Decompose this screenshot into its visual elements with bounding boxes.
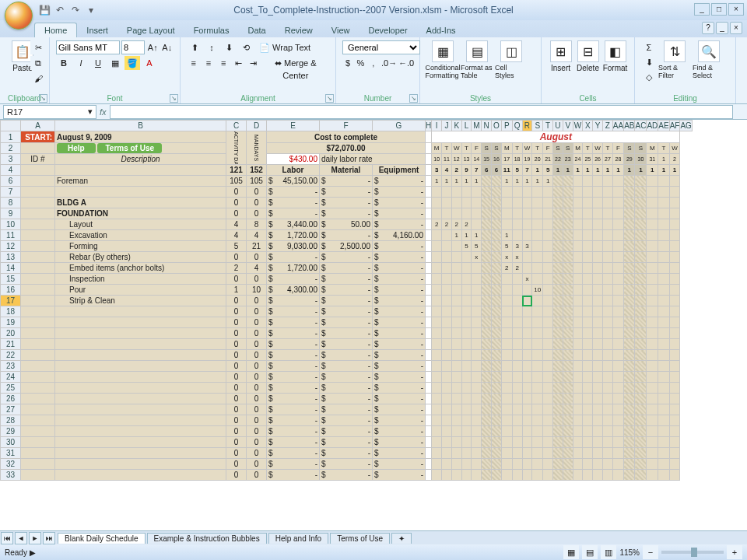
cell[interactable]: Equipment	[373, 165, 426, 176]
cell[interactable]	[532, 437, 543, 448]
cell[interactable]	[426, 252, 432, 263]
cell[interactable]	[461, 404, 472, 415]
cell[interactable]	[647, 241, 658, 252]
cell[interactable]	[563, 252, 573, 263]
cell[interactable]	[432, 187, 442, 198]
cell[interactable]: $4,160.00	[373, 230, 426, 241]
cell[interactable]	[612, 263, 623, 274]
cell[interactable]	[501, 372, 512, 383]
cell[interactable]: 4	[442, 165, 452, 176]
cell[interactable]	[573, 361, 583, 372]
cell[interactable]	[532, 394, 543, 404]
cell[interactable]: $-	[320, 404, 373, 415]
cell[interactable]	[21, 415, 55, 426]
cell[interactable]	[432, 241, 442, 252]
view-normal-icon[interactable]: ▦	[563, 545, 579, 559]
tab-nav-next[interactable]: ►	[29, 532, 41, 544]
cell[interactable]	[573, 372, 583, 383]
cell[interactable]	[612, 187, 623, 198]
cell[interactable]: 5	[472, 241, 482, 252]
cell[interactable]	[553, 372, 563, 383]
cell[interactable]	[603, 252, 613, 263]
cell[interactable]	[432, 361, 442, 372]
cell[interactable]: $-	[267, 415, 320, 426]
cell[interactable]	[635, 437, 647, 448]
cell[interactable]: 24	[573, 154, 583, 165]
cell[interactable]: $-	[267, 306, 320, 317]
cell[interactable]	[492, 187, 502, 198]
cell[interactable]	[451, 394, 461, 404]
cell[interactable]	[603, 187, 613, 198]
cell[interactable]	[573, 219, 583, 230]
cell[interactable]	[451, 274, 461, 285]
cell[interactable]	[442, 187, 452, 198]
cell[interactable]	[624, 285, 635, 296]
cell[interactable]: 6	[482, 165, 492, 176]
cell[interactable]: 2	[501, 263, 512, 274]
undo-icon[interactable]: ↶	[53, 3, 67, 17]
cell[interactable]	[635, 415, 647, 426]
cell[interactable]: $-	[267, 350, 320, 361]
cell[interactable]	[461, 383, 472, 394]
cell[interactable]: $-	[373, 328, 426, 339]
cell[interactable]	[432, 263, 442, 274]
cell[interactable]	[492, 263, 502, 274]
cell[interactable]	[593, 263, 603, 274]
cell[interactable]: 0	[226, 361, 247, 372]
cell[interactable]	[543, 372, 553, 383]
cell[interactable]: 5	[512, 165, 522, 176]
col-header[interactable]: I	[432, 121, 442, 131]
cell[interactable]	[461, 306, 472, 317]
cell[interactable]: 9	[461, 165, 472, 176]
col-header[interactable]: O	[492, 121, 502, 131]
cell[interactable]	[501, 328, 512, 339]
cell[interactable]	[55, 306, 226, 317]
font-color-button[interactable]: A	[142, 56, 157, 70]
cell[interactable]: T	[583, 143, 593, 154]
cell[interactable]	[21, 143, 55, 154]
cell[interactable]	[647, 383, 658, 394]
cell[interactable]	[522, 426, 532, 437]
cell[interactable]	[21, 459, 55, 470]
cell[interactable]	[442, 404, 452, 415]
cell[interactable]	[593, 459, 603, 470]
cell[interactable]	[563, 176, 573, 187]
cell[interactable]	[501, 274, 512, 285]
cell[interactable]	[522, 470, 532, 481]
cell[interactable]	[612, 252, 623, 263]
cell[interactable]	[624, 208, 635, 219]
cell[interactable]: 1	[612, 165, 623, 176]
cell[interactable]	[482, 448, 492, 459]
cell[interactable]	[669, 208, 680, 219]
cell[interactable]	[658, 415, 669, 426]
cell[interactable]	[573, 470, 583, 481]
cell[interactable]	[563, 230, 573, 241]
cell[interactable]	[501, 219, 512, 230]
cell[interactable]	[432, 339, 442, 350]
cell[interactable]	[635, 350, 647, 361]
cell[interactable]: 17	[501, 154, 512, 165]
cell[interactable]	[593, 361, 603, 372]
cell[interactable]: $-	[320, 394, 373, 404]
cell[interactable]	[563, 372, 573, 383]
cell[interactable]	[669, 263, 680, 274]
cell[interactable]	[563, 241, 573, 252]
cell[interactable]	[492, 339, 502, 350]
cell[interactable]: Help Terms of Use	[55, 143, 226, 154]
cell[interactable]: 12	[451, 154, 461, 165]
cell[interactable]	[55, 339, 226, 350]
cell[interactable]	[593, 241, 603, 252]
cell[interactable]: 1	[553, 165, 563, 176]
cell[interactable]	[543, 208, 553, 219]
cell[interactable]	[55, 361, 226, 372]
row-header[interactable]: 3	[1, 154, 21, 165]
cell[interactable]	[55, 470, 226, 481]
cell[interactable]	[583, 361, 593, 372]
cell[interactable]	[635, 361, 647, 372]
cell[interactable]: T	[658, 143, 669, 154]
cell[interactable]	[583, 208, 593, 219]
cell[interactable]	[532, 448, 543, 459]
cell[interactable]: 18	[512, 154, 522, 165]
cell[interactable]: $4,300.00	[267, 285, 320, 296]
cell[interactable]: 0	[247, 198, 267, 208]
